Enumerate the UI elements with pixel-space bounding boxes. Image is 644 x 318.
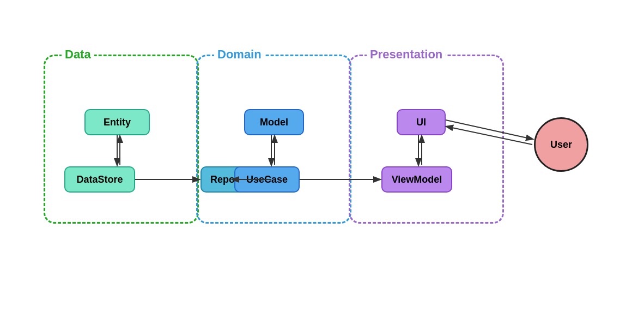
box-datastore: DataStore — [64, 166, 135, 193]
zone-data-label: Data — [62, 47, 94, 62]
box-viewmodel: ViewModel — [381, 166, 452, 193]
zone-presentation-label: Presentation — [367, 47, 446, 62]
user-circle: User — [534, 117, 588, 172]
zone-presentation: Presentation — [349, 55, 504, 224]
diagram-container: Data Domain Presentation Entity DataStor… — [0, 0, 644, 318]
zone-domain: Domain — [196, 55, 351, 224]
box-entity: Entity — [84, 109, 150, 135]
zone-data: Data — [44, 55, 199, 224]
zone-domain-label: Domain — [214, 47, 265, 62]
box-ui: UI — [397, 109, 446, 135]
box-usecase: UseCase — [234, 166, 300, 193]
box-model: Model — [244, 109, 304, 135]
